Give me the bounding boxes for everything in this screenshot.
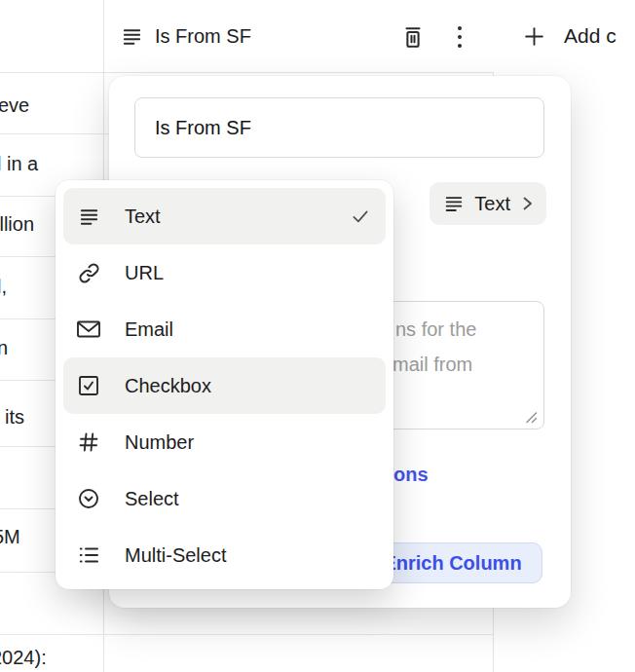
- placeholder-fragment: ns for the: [395, 318, 476, 341]
- menu-item-email[interactable]: Email: [63, 301, 386, 357]
- resize-handle-icon[interactable]: [525, 411, 538, 424]
- link-icon: [76, 261, 101, 285]
- add-column-label: Add c: [564, 24, 616, 48]
- table-cell-fragment: l in a: [0, 150, 38, 177]
- table-cell-fragment: l,: [0, 273, 7, 300]
- column-title: Is From SF: [155, 25, 251, 48]
- hash-icon: [76, 430, 101, 454]
- menu-item-label: Select: [125, 488, 179, 510]
- menu-item-label: Number: [125, 431, 194, 454]
- multi-list-icon: [76, 543, 101, 567]
- checkmark-icon: [351, 206, 370, 226]
- circle-chevron-icon: [76, 487, 101, 510]
- placeholder-fragment: mail from: [392, 354, 472, 376]
- menu-item-label: Checkbox: [125, 375, 211, 397]
- menu-item-label: Multi-Select: [125, 544, 226, 567]
- menu-item-label: Email: [125, 318, 173, 341]
- checkbox-icon: [76, 374, 101, 397]
- add-column-button[interactable]: Add c: [493, 0, 635, 72]
- plus-icon: [522, 24, 546, 49]
- table-cell-fragment: 2024):: [0, 644, 47, 671]
- column-type-button[interactable]: Text: [430, 182, 546, 225]
- column-header[interactable]: Is From SF: [103, 0, 493, 72]
- table-cell-fragment: illion: [0, 210, 34, 238]
- menu-item-number[interactable]: Number: [63, 414, 386, 470]
- column-name-input[interactable]: [134, 97, 544, 158]
- table-cell-fragment: 5M: [0, 523, 20, 550]
- blue-link-fragment[interactable]: ons: [393, 464, 429, 486]
- menu-item-multi-select[interactable]: Multi-Select: [63, 527, 386, 583]
- envelope-icon: [76, 317, 101, 341]
- header-bottom-border: [0, 72, 494, 73]
- menu-item-checkbox[interactable]: Checkbox: [63, 357, 386, 414]
- text-lines-icon: [76, 205, 101, 228]
- table-cell-fragment: n: [0, 334, 8, 361]
- column-type-label: Text: [474, 193, 510, 215]
- menu-item-text[interactable]: Text: [63, 188, 386, 244]
- text-lines-icon: [121, 25, 143, 48]
- table-cell-fragment: l its: [0, 403, 24, 430]
- menu-item-select[interactable]: Select: [63, 470, 386, 527]
- menu-item-label: Text: [125, 205, 161, 228]
- row-divider: [0, 634, 494, 635]
- text-lines-icon: [443, 193, 465, 214]
- table-cell-fragment: eve: [0, 92, 29, 119]
- menu-item-label: URL: [125, 262, 164, 284]
- column-type-menu: Text URL Email: [56, 180, 393, 589]
- menu-item-url[interactable]: URL: [63, 244, 386, 301]
- chevron-right-icon: [520, 195, 535, 212]
